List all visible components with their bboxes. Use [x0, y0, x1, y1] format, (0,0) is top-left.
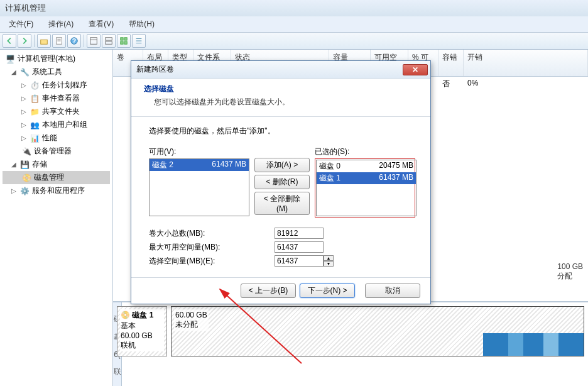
svg-rect-0	[41, 40, 48, 44]
select-space-label: 选择空间量(MB)(E):	[149, 256, 275, 267]
tree-shared-folders[interactable]: ▷📁共享文件夹	[3, 105, 110, 118]
menubar: 文件(F) 操作(A) 查看(V) 帮助(H)	[0, 16, 588, 33]
svg-rect-8	[106, 38, 112, 40]
available-item-disk2[interactable]: 磁盘 261437 MB	[150, 159, 249, 171]
tree-panel: 🖥️计算机管理(本地) ◢🔧系统工具 ▷⏱️任务计划程序 ▷📋事件查看器 ▷📁共…	[0, 50, 113, 386]
next-button[interactable]: 下一步(N) >	[300, 284, 355, 298]
refresh-button[interactable]	[117, 34, 131, 48]
back-button[interactable]	[3, 34, 16, 48]
wizard-heading: 选择磁盘	[144, 84, 418, 94]
selected-item-disk1[interactable]: 磁盘 161437 MB	[317, 172, 416, 184]
peek-size: 100 GB	[557, 262, 583, 271]
total-size-field	[275, 228, 324, 239]
remove-button[interactable]: < 删除(R)	[254, 175, 310, 189]
wizard-instruction: 选择要使用的磁盘，然后单击"添加"。	[149, 126, 413, 136]
forward-button[interactable]	[18, 34, 31, 48]
cancel-button[interactable]: 取消	[365, 284, 420, 298]
max-space-field	[275, 241, 324, 253]
svg-rect-13	[124, 41, 127, 44]
svg-rect-6	[90, 38, 97, 45]
svg-text:?: ?	[72, 37, 76, 45]
svg-rect-12	[121, 41, 123, 44]
disk-graphical-panel: 📀 磁盘 1 基本 60.00 GB 联机 60.00 GB 未分配	[113, 301, 588, 386]
tree-task-scheduler[interactable]: ▷⏱️任务计划程序	[3, 79, 110, 92]
remove-all-button[interactable]: < 全部删除(M)	[254, 192, 310, 215]
tree-root[interactable]: 🖥️计算机管理(本地)	[3, 52, 110, 65]
menu-file[interactable]: 文件(F)	[3, 18, 40, 31]
tree-device-manager[interactable]: 🔌设备管理器	[3, 145, 110, 158]
available-label: 可用(V):	[149, 146, 249, 157]
selected-label: 已选的(S):	[315, 146, 415, 157]
help-button[interactable]: ?	[67, 34, 81, 48]
tree-event-viewer[interactable]: ▷📋事件查看器	[3, 92, 110, 105]
menu-action[interactable]: 操作(A)	[42, 18, 80, 31]
disk-row-1: 📀 磁盘 1 基本 60.00 GB 联机 60.00 GB 未分配	[117, 306, 584, 356]
spin-down-icon[interactable]: ▼	[324, 261, 334, 267]
svg-rect-9	[106, 41, 112, 44]
tree-system-tools[interactable]: ◢🔧系统工具	[3, 65, 110, 79]
tree-disk-management[interactable]: 📀磁盘管理	[3, 171, 110, 184]
pixelated-censor	[483, 333, 584, 356]
wizard-titlebar[interactable]: 新建跨区卷 ✕	[131, 61, 430, 79]
col-overhead[interactable]: 开销	[464, 50, 588, 76]
wizard-title-text: 新建跨区卷	[136, 64, 174, 75]
disk1-label[interactable]: 📀 磁盘 1 基本 60.00 GB 联机	[117, 306, 167, 356]
view1-button[interactable]	[87, 34, 101, 48]
add-button[interactable]: 添加(A) >	[254, 158, 310, 172]
spin-up-icon[interactable]: ▲	[324, 255, 334, 261]
tree-storage[interactable]: ◢💾存储	[3, 158, 110, 171]
max-space-label: 最大可用空间量(MB):	[149, 242, 275, 253]
tree-local-users[interactable]: ▷👥本地用户和组	[3, 118, 110, 131]
svg-rect-10	[121, 38, 123, 40]
wizard-subheading: 您可以选择磁盘并为此卷设置磁盘大小。	[144, 94, 418, 108]
tree-performance[interactable]: ▷📊性能	[3, 131, 110, 145]
svg-rect-11	[124, 38, 127, 40]
select-space-field[interactable]	[275, 255, 324, 267]
prop-button[interactable]	[52, 34, 66, 48]
tree-services-apps[interactable]: ▷⚙️服务和应用程序	[3, 184, 110, 197]
available-listbox[interactable]: 磁盘 261437 MB	[149, 158, 249, 216]
view2-button[interactable]	[102, 34, 116, 48]
selected-item-disk0[interactable]: 磁盘 020475 MB	[317, 160, 416, 172]
list-button[interactable]	[132, 34, 146, 48]
selected-listbox[interactable]: 磁盘 020475 MB 磁盘 161437 MB	[316, 160, 416, 216]
peek-status: 分配	[557, 271, 583, 282]
back-button-wizard[interactable]: < 上一步(B)	[241, 284, 296, 298]
col-fault[interactable]: 容错	[438, 50, 464, 76]
new-spanned-volume-wizard: 新建跨区卷 ✕ 选择磁盘 您可以选择磁盘并为此卷设置磁盘大小。 选择要使用的磁盘…	[131, 60, 431, 304]
up-button[interactable]	[37, 34, 51, 48]
toolbar: ?	[0, 33, 588, 50]
close-icon[interactable]: ✕	[403, 64, 428, 75]
total-size-label: 卷大小总数(MB):	[149, 228, 275, 239]
menu-help[interactable]: 帮助(H)	[122, 18, 161, 31]
window-title: 计算机管理	[0, 0, 588, 16]
disk1-volume[interactable]: 60.00 GB 未分配	[171, 306, 584, 356]
menu-view[interactable]: 查看(V)	[82, 18, 120, 31]
